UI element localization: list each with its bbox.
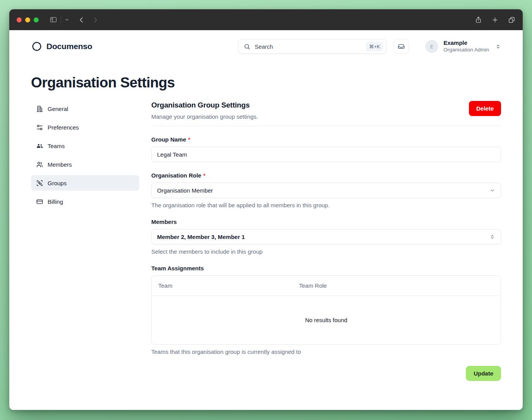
organisation-role-label-text: Organisation Role — [151, 172, 201, 179]
group-name-label: Group Name * — [151, 136, 501, 143]
organisation-role-select[interactable]: Organisation Member — [151, 183, 501, 198]
browser-titlebar — [9, 9, 523, 30]
browser-window: Documenso Search ⌘+K — [9, 9, 523, 410]
organisation-role-helper: The organisation role that will be appli… — [151, 202, 501, 208]
credit-card-icon — [36, 198, 43, 205]
sidebar-item-teams[interactable]: Teams — [31, 138, 139, 154]
sidebar-item-label: Groups — [48, 180, 67, 186]
members-label: Members — [151, 219, 501, 225]
avatar: E — [425, 40, 438, 53]
search-icon — [244, 43, 250, 50]
account-name: Example — [443, 39, 489, 47]
table-empty-state: No results found — [152, 296, 501, 344]
team-assignments-field: Team Assignments Team Team Role No resul… — [151, 265, 501, 355]
members-label-text: Members — [151, 219, 177, 225]
chevron-down-icon[interactable] — [65, 17, 69, 22]
group-name-label-text: Group Name — [151, 136, 186, 143]
sidebar-item-label: Members — [48, 161, 72, 168]
team-assignments-label-text: Team Assignments — [151, 265, 204, 271]
desktop-background: Documenso Search ⌘+K — [0, 0, 532, 420]
page-title: Organisation Settings — [31, 75, 501, 91]
account-text: Example Organisation Admin — [443, 39, 489, 53]
titlebar-divider — [61, 16, 61, 23]
sidebar-item-general[interactable]: General — [31, 101, 139, 116]
sidebar-item-label: General — [48, 106, 68, 112]
new-tab-icon[interactable] — [491, 16, 499, 24]
sidebar-item-label: Teams — [48, 143, 65, 149]
column-header-team: Team — [152, 282, 299, 289]
search-placeholder: Search — [255, 43, 362, 50]
required-asterisk: * — [188, 136, 190, 143]
required-asterisk: * — [203, 172, 205, 179]
sidebar-toggle-icon[interactable] — [50, 16, 57, 24]
settings-layout: General Preferences — [31, 101, 501, 381]
section-title: Organisation Group Settings — [151, 101, 258, 109]
sidebar-item-preferences[interactable]: Preferences — [31, 120, 139, 135]
updown-chevrons-icon — [495, 44, 501, 50]
form-actions: Update — [151, 366, 501, 381]
members-field: Members Member 2, Member 3, Member 1 Sel… — [151, 219, 501, 255]
sidebar-item-billing[interactable]: Billing — [31, 194, 139, 209]
table-header-row: Team Team Role — [152, 276, 501, 296]
search-shortcut-badge: ⌘+K — [366, 42, 383, 51]
forward-icon[interactable] — [92, 16, 99, 24]
delete-button[interactable]: Delete — [469, 101, 501, 116]
team-assignments-table: Team Team Role No results found — [151, 275, 501, 345]
chevron-down-icon — [489, 188, 495, 193]
search-input[interactable]: Search ⌘+K — [238, 39, 387, 54]
section-header-text: Organisation Group Settings Manage your … — [151, 101, 258, 120]
members-value: Member 2, Member 3, Member 1 — [157, 234, 245, 240]
documenso-logo — [31, 41, 43, 52]
app-header: Documenso Search ⌘+K — [31, 30, 501, 57]
documenso-home-link[interactable]: Documenso — [31, 41, 92, 52]
organisation-role-label: Organisation Role * — [151, 172, 501, 179]
inbox-button[interactable] — [393, 39, 409, 54]
brand-name: Documenso — [46, 42, 92, 51]
people-filled-icon — [36, 142, 43, 150]
organisation-role-value: Organisation Member — [157, 187, 213, 194]
zoom-window-button[interactable] — [34, 17, 39, 22]
sidebar-item-label: Preferences — [48, 124, 79, 131]
section-header: Organisation Group Settings Manage your … — [151, 101, 501, 126]
members-multiselect[interactable]: Member 2, Member 3, Member 1 — [151, 229, 501, 244]
section-subtitle: Manage your organisation group settings. — [151, 113, 258, 120]
account-menu-trigger[interactable]: E Example Organisation Admin — [425, 39, 501, 53]
tabs-icon[interactable] — [508, 16, 515, 24]
minimize-window-button[interactable] — [25, 17, 30, 22]
sidebar-item-groups[interactable]: Groups — [31, 175, 139, 191]
group-brackets-icon — [36, 179, 43, 187]
organisation-role-field: Organisation Role * Organisation Member — [151, 172, 501, 208]
building-icon — [36, 105, 43, 113]
group-settings-panel: Organisation Group Settings Manage your … — [151, 101, 501, 381]
updown-chevrons-icon — [489, 234, 495, 240]
page-content: Documenso Search ⌘+K — [9, 30, 523, 410]
group-name-input[interactable] — [151, 147, 501, 162]
team-assignments-label: Team Assignments — [151, 265, 501, 271]
close-window-button[interactable] — [17, 17, 22, 22]
inbox-icon — [397, 43, 405, 50]
settings-nav: General Preferences — [31, 101, 139, 209]
window-controls — [17, 17, 39, 22]
sidebar-item-members[interactable]: Members — [31, 157, 139, 172]
group-name-field: Group Name * — [151, 136, 501, 162]
members-helper: Select the members to include in this gr… — [151, 248, 501, 255]
team-assignments-helper: Teams that this organisation group is cu… — [151, 348, 501, 355]
back-icon[interactable] — [78, 16, 85, 24]
sidebar-item-label: Billing — [48, 198, 63, 205]
share-icon[interactable] — [475, 16, 482, 24]
users-icon — [36, 161, 43, 168]
account-role: Organisation Admin — [443, 47, 489, 53]
update-button[interactable]: Update — [466, 366, 501, 381]
sliders-icon — [36, 124, 43, 131]
column-header-team-role: Team Role — [299, 282, 501, 289]
